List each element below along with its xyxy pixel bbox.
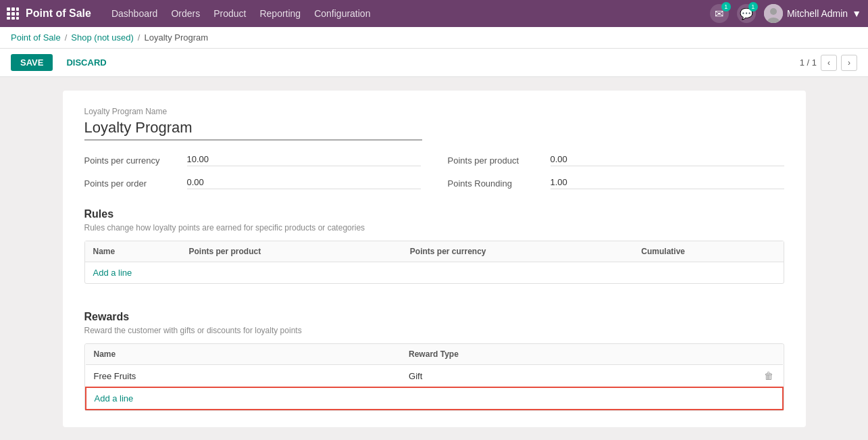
navbar: Point of Sale Dashboard Orders Product R… [0,0,868,27]
rewards-description: Reward the customer with gifts or discou… [84,326,784,335]
rewards-col-name: Name [86,344,401,365]
svg-rect-1 [11,7,15,11]
breadcrumb-pos[interactable]: Point of Sale [11,32,61,43]
user-name: Mitchell Admin [787,8,848,19]
points-fields: Points per currency 10.00 Points per pro… [84,154,784,189]
rewards-add-line-button[interactable]: Add a line [95,393,134,404]
rules-add-line-row: Add a line [85,262,784,284]
rules-col-cumulative: Cumulative [633,241,783,262]
breadcrumb-sep1: / [65,32,68,43]
user-dropdown-icon: ▼ [852,8,861,19]
reward-delete-icon[interactable]: 🗑 [764,370,773,381]
svg-rect-7 [11,17,15,20]
rules-col-points-product: Points per product [181,241,402,262]
svg-rect-2 [16,7,19,11]
program-name-field: Loyalty Program Name [84,107,784,141]
svg-rect-0 [7,7,10,11]
svg-rect-5 [16,12,19,16]
navbar-app-title: Point of Sale [26,7,91,20]
breadcrumb-current: Loyalty Program [144,32,208,43]
notification-badge: 1 [721,2,731,11]
user-menu[interactable]: Mitchell Admin ▼ [764,4,861,23]
svg-rect-3 [7,12,10,16]
reward-type-free-fruits[interactable]: Gift [401,365,755,388]
points-rounding-value[interactable]: 1.00 [551,177,784,189]
points-per-order-label: Points per order [84,178,179,189]
rewards-col-type: Reward Type [401,344,755,365]
rewards-col-action [756,344,783,365]
rewards-table: Name Reward Type Free Fruits Gift 🗑 [85,344,784,410]
rules-title: Rules [84,208,784,220]
svg-rect-4 [11,12,15,16]
rewards-add-line-row: Add a line [86,387,783,410]
points-per-product-row: Points per product 0.00 [448,154,784,166]
save-button[interactable]: SAVE [11,54,53,71]
main-content: Loyalty Program Name Points per currency… [0,77,868,440]
navbar-menu-orders[interactable]: Orders [171,5,200,22]
rules-col-points-currency: Points per currency [402,241,633,262]
svg-point-10 [770,8,777,15]
program-name-input[interactable] [84,119,422,141]
message-icon[interactable]: 💬 1 [737,4,756,23]
discard-button[interactable]: DISCARD [59,54,113,71]
rules-table: Name Points per product Points per curre… [85,241,784,283]
apps-icon[interactable] [7,7,19,20]
pagination-text: 1 / 1 [800,57,817,68]
breadcrumb-shop[interactable]: Shop (not used) [71,32,134,43]
navbar-menu-dashboard[interactable]: Dashboard [111,5,158,22]
rules-add-line-button[interactable]: Add a line [93,268,132,278]
rules-table-container: Name Points per product Points per curre… [84,241,784,284]
points-per-currency-row: Points per currency 10.00 [84,154,421,166]
message-badge: 1 [748,2,758,11]
points-per-order-value[interactable]: 0.00 [187,177,421,189]
rules-col-name: Name [85,241,181,262]
breadcrumb: Point of Sale / Shop (not used) / Loyalt… [0,27,868,49]
points-per-currency-label: Points per currency [84,155,179,166]
breadcrumb-sep2: / [138,32,141,43]
pagination-prev[interactable]: ‹ [821,55,837,71]
navbar-menu-reporting[interactable]: Reporting [259,5,301,22]
program-name-label: Loyalty Program Name [84,107,784,116]
form-card: Loyalty Program Name Points per currency… [63,91,806,427]
points-per-currency-value[interactable]: 10.00 [187,154,421,166]
avatar [764,4,783,23]
action-bar: SAVE DISCARD 1 / 1 ‹ › [0,49,868,77]
points-per-order-row: Points per order 0.00 [84,177,421,189]
navbar-menu-product[interactable]: Product [213,5,246,22]
reward-name-free-fruits[interactable]: Free Fruits [86,365,401,388]
rewards-title: Rewards [84,311,784,323]
rewards-table-container: Name Reward Type Free Fruits Gift 🗑 [84,343,784,411]
points-rounding-label: Points Rounding [448,178,542,189]
navbar-menu: Dashboard Orders Product Reporting Confi… [111,5,710,22]
points-per-product-value[interactable]: 0.00 [551,154,784,166]
reward-row-free-fruits: Free Fruits Gift 🗑 [86,365,783,388]
svg-rect-6 [7,17,10,20]
points-per-product-label: Points per product [448,155,542,166]
points-rounding-row: Points Rounding 1.00 [448,177,784,189]
navbar-menu-configuration[interactable]: Configuration [314,5,370,22]
notification-icon[interactable]: ✉ 1 [710,4,729,23]
rewards-section: Rewards Reward the customer with gifts o… [84,311,784,411]
pagination: 1 / 1 ‹ › [800,55,857,71]
svg-rect-8 [16,17,19,20]
pagination-next[interactable]: › [841,55,857,71]
rules-description: Rules change how loyalty points are earn… [84,223,784,233]
rules-section: Rules Rules change how loyalty points ar… [84,208,784,284]
navbar-right: ✉ 1 💬 1 Mitchell Admin ▼ [710,4,861,23]
